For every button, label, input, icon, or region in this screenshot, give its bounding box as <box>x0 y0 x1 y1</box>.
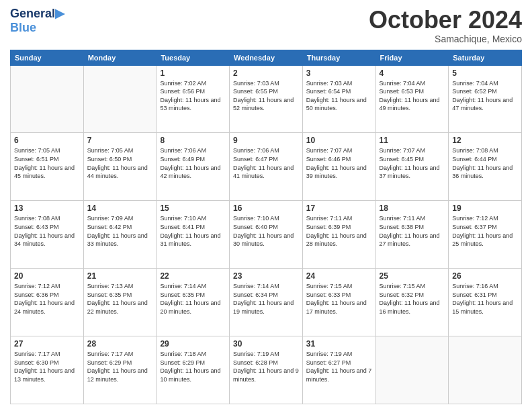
day-number: 29 <box>160 339 226 349</box>
day-number: 25 <box>380 271 445 281</box>
calendar-cell: 10Sunrise: 7:07 AMSunset: 6:46 PMDayligh… <box>302 133 375 201</box>
calendar-cell: 2Sunrise: 7:03 AMSunset: 6:55 PMDaylight… <box>230 65 303 133</box>
day-info: Sunrise: 7:05 AMSunset: 6:51 PMDaylight:… <box>14 146 80 180</box>
calendar-cell: 19Sunrise: 7:12 AMSunset: 6:37 PMDayligh… <box>449 201 522 269</box>
calendar-cell: 28Sunrise: 7:17 AMSunset: 6:29 PMDayligh… <box>83 336 157 404</box>
day-number: 6 <box>14 136 80 145</box>
day-info: Sunrise: 7:12 AMSunset: 6:36 PMDaylight:… <box>14 282 80 316</box>
day-info: Sunrise: 7:17 AMSunset: 6:30 PMDaylight:… <box>14 350 80 383</box>
header-saturday: Saturday <box>449 50 522 65</box>
logo: General▶ Blue <box>10 7 64 34</box>
header-monday: Monday <box>83 50 157 65</box>
day-info: Sunrise: 7:16 AMSunset: 6:31 PMDaylight:… <box>452 282 518 316</box>
day-number: 23 <box>233 271 299 281</box>
calendar-table: Sunday Monday Tuesday Wednesday Thursday… <box>10 50 522 404</box>
calendar-cell: 7Sunrise: 7:05 AMSunset: 6:50 PMDaylight… <box>83 133 157 201</box>
day-info: Sunrise: 7:03 AMSunset: 6:55 PMDaylight:… <box>233 79 299 113</box>
day-info: Sunrise: 7:08 AMSunset: 6:43 PMDaylight:… <box>14 214 80 248</box>
logo-text: General▶ <box>10 7 64 21</box>
day-number: 28 <box>87 339 153 349</box>
calendar-cell: 15Sunrise: 7:10 AMSunset: 6:41 PMDayligh… <box>157 201 230 269</box>
day-number: 20 <box>14 271 80 281</box>
calendar-cell: 24Sunrise: 7:15 AMSunset: 6:33 PMDayligh… <box>302 269 375 336</box>
day-info: Sunrise: 7:13 AMSunset: 6:35 PMDaylight:… <box>87 282 153 316</box>
day-number: 1 <box>160 68 226 78</box>
calendar-cell <box>375 336 449 404</box>
day-info: Sunrise: 7:10 AMSunset: 6:41 PMDaylight:… <box>160 214 226 248</box>
calendar-cell: 31Sunrise: 7:19 AMSunset: 6:27 PMDayligh… <box>302 336 375 404</box>
header-thursday: Thursday <box>302 50 375 65</box>
day-number: 5 <box>452 68 518 78</box>
header-tuesday: Tuesday <box>157 50 230 65</box>
calendar-cell: 23Sunrise: 7:14 AMSunset: 6:34 PMDayligh… <box>230 269 303 336</box>
header-friday: Friday <box>375 50 449 65</box>
calendar-week-1: 6Sunrise: 7:05 AMSunset: 6:51 PMDaylight… <box>11 133 522 201</box>
calendar-cell: 26Sunrise: 7:16 AMSunset: 6:31 PMDayligh… <box>449 269 522 336</box>
calendar-cell: 3Sunrise: 7:03 AMSunset: 6:54 PMDaylight… <box>302 65 375 133</box>
day-info: Sunrise: 7:15 AMSunset: 6:33 PMDaylight:… <box>306 282 372 316</box>
day-number: 19 <box>452 203 518 213</box>
calendar-cell: 11Sunrise: 7:07 AMSunset: 6:45 PMDayligh… <box>375 133 449 201</box>
day-number: 16 <box>233 203 299 213</box>
day-info: Sunrise: 7:07 AMSunset: 6:46 PMDaylight:… <box>306 146 372 180</box>
day-info: Sunrise: 7:17 AMSunset: 6:29 PMDaylight:… <box>87 350 153 383</box>
location: Samachique, Mexico <box>369 34 522 44</box>
day-number: 10 <box>306 136 372 145</box>
calendar-cell: 1Sunrise: 7:02 AMSunset: 6:56 PMDaylight… <box>157 65 230 133</box>
calendar-cell: 4Sunrise: 7:04 AMSunset: 6:53 PMDaylight… <box>375 65 449 133</box>
calendar-week-0: 1Sunrise: 7:02 AMSunset: 6:56 PMDaylight… <box>11 65 522 133</box>
day-info: Sunrise: 7:10 AMSunset: 6:40 PMDaylight:… <box>233 214 299 248</box>
day-number: 30 <box>233 339 299 349</box>
day-number: 8 <box>160 136 226 145</box>
calendar-cell <box>11 65 84 133</box>
day-number: 9 <box>233 136 299 145</box>
calendar-week-3: 20Sunrise: 7:12 AMSunset: 6:36 PMDayligh… <box>11 269 522 336</box>
day-info: Sunrise: 7:05 AMSunset: 6:50 PMDaylight:… <box>87 146 153 180</box>
day-number: 22 <box>160 271 226 281</box>
calendar-cell: 6Sunrise: 7:05 AMSunset: 6:51 PMDaylight… <box>11 133 84 201</box>
weekday-header-row: Sunday Monday Tuesday Wednesday Thursday… <box>11 50 522 65</box>
day-info: Sunrise: 7:03 AMSunset: 6:54 PMDaylight:… <box>306 79 372 113</box>
day-info: Sunrise: 7:19 AMSunset: 6:28 PMDaylight:… <box>233 350 299 383</box>
calendar-cell: 9Sunrise: 7:06 AMSunset: 6:47 PMDaylight… <box>230 133 303 201</box>
calendar-cell: 21Sunrise: 7:13 AMSunset: 6:35 PMDayligh… <box>83 269 157 336</box>
day-number: 17 <box>306 203 372 213</box>
calendar-cell: 13Sunrise: 7:08 AMSunset: 6:43 PMDayligh… <box>11 201 84 269</box>
logo-text-blue: Blue <box>10 21 64 35</box>
day-info: Sunrise: 7:18 AMSunset: 6:29 PMDaylight:… <box>160 350 226 383</box>
calendar-week-2: 13Sunrise: 7:08 AMSunset: 6:43 PMDayligh… <box>11 201 522 269</box>
day-number: 14 <box>87 203 153 213</box>
day-number: 26 <box>452 271 518 281</box>
day-info: Sunrise: 7:11 AMSunset: 6:39 PMDaylight:… <box>306 214 372 248</box>
calendar-cell <box>83 65 157 133</box>
day-info: Sunrise: 7:07 AMSunset: 6:45 PMDaylight:… <box>380 146 445 180</box>
day-number: 18 <box>380 203 445 213</box>
day-number: 4 <box>380 68 445 78</box>
day-number: 13 <box>14 203 80 213</box>
day-number: 3 <box>306 68 372 78</box>
day-number: 31 <box>306 339 372 349</box>
page: General▶ Blue October 2024 Samachique, M… <box>0 0 532 411</box>
day-info: Sunrise: 7:19 AMSunset: 6:27 PMDaylight:… <box>306 350 372 383</box>
day-info: Sunrise: 7:12 AMSunset: 6:37 PMDaylight:… <box>452 214 518 248</box>
month-title: October 2024 <box>369 7 522 34</box>
day-number: 12 <box>452 136 518 145</box>
day-number: 15 <box>160 203 226 213</box>
calendar-cell <box>449 336 522 404</box>
calendar-cell: 25Sunrise: 7:15 AMSunset: 6:32 PMDayligh… <box>375 269 449 336</box>
calendar-cell: 14Sunrise: 7:09 AMSunset: 6:42 PMDayligh… <box>83 201 157 269</box>
calendar-cell: 18Sunrise: 7:11 AMSunset: 6:38 PMDayligh… <box>375 201 449 269</box>
calendar-cell: 22Sunrise: 7:14 AMSunset: 6:35 PMDayligh… <box>157 269 230 336</box>
day-info: Sunrise: 7:09 AMSunset: 6:42 PMDaylight:… <box>87 214 153 248</box>
day-info: Sunrise: 7:04 AMSunset: 6:53 PMDaylight:… <box>380 79 445 113</box>
calendar-cell: 16Sunrise: 7:10 AMSunset: 6:40 PMDayligh… <box>230 201 303 269</box>
day-number: 7 <box>87 136 153 145</box>
calendar-cell: 29Sunrise: 7:18 AMSunset: 6:29 PMDayligh… <box>157 336 230 404</box>
day-info: Sunrise: 7:04 AMSunset: 6:52 PMDaylight:… <box>452 79 518 113</box>
calendar-cell: 8Sunrise: 7:06 AMSunset: 6:49 PMDaylight… <box>157 133 230 201</box>
day-number: 24 <box>306 271 372 281</box>
calendar-cell: 27Sunrise: 7:17 AMSunset: 6:30 PMDayligh… <box>11 336 84 404</box>
day-info: Sunrise: 7:14 AMSunset: 6:35 PMDaylight:… <box>160 282 226 316</box>
day-info: Sunrise: 7:15 AMSunset: 6:32 PMDaylight:… <box>380 282 445 316</box>
title-block: October 2024 Samachique, Mexico <box>369 7 522 44</box>
